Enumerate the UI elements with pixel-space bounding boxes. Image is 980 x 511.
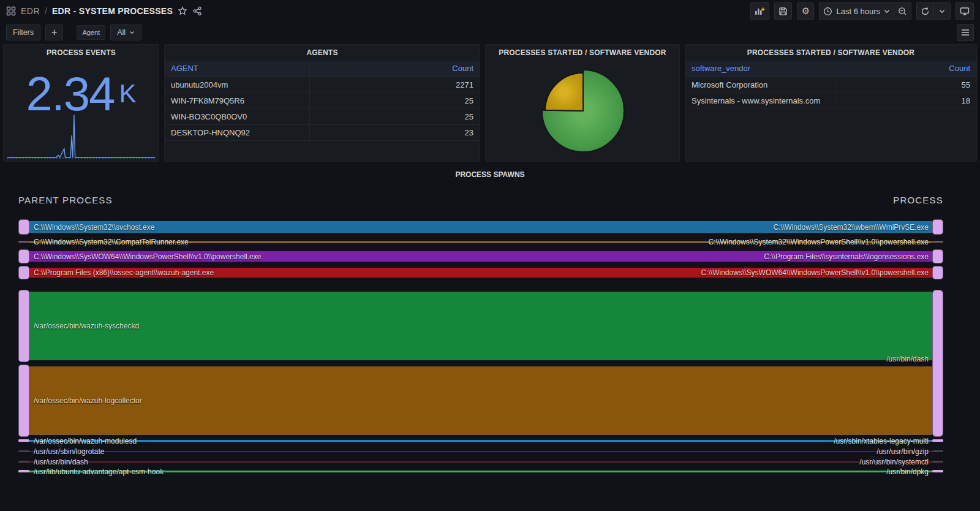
cell-count: 55 <box>837 77 976 93</box>
refresh-interval-dropdown[interactable] <box>933 2 951 20</box>
sankey-node[interactable] <box>18 290 29 362</box>
monitor-icon <box>960 7 970 16</box>
time-range-picker[interactable]: Last 6 hours <box>819 2 894 20</box>
sankey-node[interactable] <box>932 439 943 442</box>
agents-table: AGENT Count ubunutu2004vm2271WIN-7FK8M79… <box>165 61 480 141</box>
save-icon <box>778 7 788 16</box>
sankey-node[interactable] <box>18 439 29 442</box>
sankey-flow[interactable] <box>29 451 932 452</box>
cell-count: 18 <box>837 93 976 108</box>
sankey-node[interactable] <box>18 249 29 263</box>
table-row: Microsoft Corporation55 <box>685 77 976 93</box>
sankey-node[interactable] <box>932 450 943 452</box>
breadcrumb-section[interactable]: EDR <box>21 6 40 16</box>
sankey-flow[interactable] <box>29 461 932 463</box>
table-row: DESKTOP-HNQNQ9223 <box>165 124 480 140</box>
add-filter-button[interactable]: + <box>45 25 63 40</box>
add-panel-button[interactable] <box>750 2 769 20</box>
table-row: WIN-7FK8M79Q5R625 <box>165 93 480 108</box>
sankey-node[interactable] <box>932 219 943 235</box>
agent-filter-value-dropdown[interactable]: All <box>110 25 141 40</box>
cell-name: Microsoft Corporation <box>685 77 837 93</box>
column-header-agent[interactable]: AGENT <box>165 61 309 77</box>
star-icon[interactable] <box>178 6 187 16</box>
sankey-parent-label: /usr/usr/sbin/logrotate <box>34 447 104 456</box>
vendor-pie-chart[interactable] <box>486 61 680 162</box>
column-header-count[interactable]: Count <box>837 61 976 77</box>
sankey-node[interactable] <box>932 290 943 437</box>
filters-row: Filters + Agent All <box>0 22 980 43</box>
sankey-process-label: /usr/sbin/xtables-legacy-multi <box>834 436 929 446</box>
column-header-software-vendor[interactable]: software_vendor <box>685 61 837 77</box>
sankey-node[interactable] <box>18 461 29 463</box>
chevron-down-icon <box>884 9 890 13</box>
sankey-flow[interactable] <box>29 440 932 442</box>
sankey-flow[interactable] <box>29 292 932 360</box>
column-header-count[interactable]: Count <box>309 61 480 77</box>
panel-title[interactable]: AGENTS <box>165 45 480 61</box>
sankey-parent-label: /var/ossec/bin/wazuh-syscheckd <box>34 321 139 331</box>
sankey-node[interactable] <box>18 450 29 452</box>
cell-count: 25 <box>309 108 480 124</box>
share-icon[interactable] <box>192 6 202 16</box>
sankey-node[interactable] <box>18 241 29 243</box>
panel-title[interactable]: PROCESSES STARTED / SOFTWARE VENDOR <box>685 45 976 61</box>
sankey-node[interactable] <box>932 266 943 279</box>
clock-icon <box>823 7 832 16</box>
panel-title[interactable]: PROCESSES STARTED / SOFTWARE VENDOR <box>486 45 679 61</box>
kiosk-mode-button[interactable] <box>956 2 974 20</box>
sankey-process-label: /usr/usr/bin/systemctl <box>859 457 929 467</box>
zoom-out-time-button[interactable] <box>894 2 911 20</box>
cell-count: 25 <box>309 93 480 108</box>
sankey-parent-label: /var/ossec/bin/wazuh-modulesd <box>34 436 137 446</box>
refresh-button[interactable] <box>916 2 933 20</box>
sankey-parent-label: C:\\Program Files (x86)\\ossec-agent\\wa… <box>34 268 214 278</box>
sankey-flow[interactable] <box>29 471 932 472</box>
sankey-process-label: C:\\Windows\\System32\\WindowsPowerShell… <box>709 237 929 247</box>
sankey-node[interactable] <box>18 470 29 472</box>
cell-name: WIN-7FK8M79Q5R6 <box>165 93 309 108</box>
cell-count: 23 <box>309 124 480 140</box>
panel-title[interactable]: PROCESS EVENTS <box>4 45 159 61</box>
cell-count: 2271 <box>309 77 480 93</box>
sankey-node[interactable] <box>18 365 29 437</box>
stat-sparkline <box>6 111 156 160</box>
panel-process-spawns: PROCESS SPAWNS PARENT PROCESS PROCESS C:… <box>0 167 980 509</box>
save-dashboard-button[interactable] <box>774 2 792 20</box>
cell-name: WIN-BO3C0QB0OV0 <box>165 108 309 124</box>
panel-process-events: PROCESS EVENTS 2.34 K <box>3 44 159 162</box>
chevron-down-icon <box>939 9 945 13</box>
sankey-process-label: C:\\Windows\\SysWOW64\\WindowsPowerShell… <box>701 268 929 278</box>
panel-vendor-table: PROCESSES STARTED / SOFTWARE VENDOR soft… <box>685 44 977 162</box>
stat-unit: K <box>119 79 136 108</box>
zoom-out-icon <box>898 7 907 16</box>
cell-name: DESKTOP-HNQNQ92 <box>165 124 309 140</box>
gear-icon: ⚙ <box>802 7 810 16</box>
sankey-node[interactable] <box>932 461 943 463</box>
vendor-table: software_vendor Count Microsoft Corporat… <box>685 61 976 109</box>
sankey-parent-label: C:\\Windows\\SysWOW64\\WindowsPowerShell… <box>34 252 261 262</box>
sankey-node[interactable] <box>18 266 29 279</box>
sankey-node[interactable] <box>932 249 943 263</box>
sankey-process-label: /usr/bin/dpkg <box>886 467 929 477</box>
dashboard-title[interactable]: EDR - SYSTEM PROCESSES <box>52 6 173 16</box>
sankey-parent-label: /usr/usr/bin/dash <box>34 457 88 467</box>
panel-list-menu-button[interactable] <box>957 24 974 41</box>
sankey-node[interactable] <box>932 470 943 472</box>
sankey-process-label: C:\\Windows\\System32\\wbem\\WmiPrvSE.ex… <box>774 222 929 232</box>
agent-filter-value: All <box>117 28 126 37</box>
apps-grid-icon[interactable] <box>6 6 16 16</box>
dashboard-settings-button[interactable]: ⚙ <box>797 2 814 20</box>
sankey-process-label: /usr/usr/bin/gzip <box>876 447 929 456</box>
sankey-node[interactable] <box>932 241 943 243</box>
filters-button[interactable]: Filters <box>6 25 40 40</box>
sankey-parent-label: /var/ossec/bin/wazuh-logcollector <box>34 396 142 406</box>
table-row: Sysinternals - www.sysinternals.com18 <box>685 93 976 108</box>
agent-filter-key: Agent <box>77 25 105 40</box>
cell-name: Sysinternals - www.sysinternals.com <box>685 93 837 108</box>
pie-slice[interactable] <box>545 73 583 111</box>
sankey-node[interactable] <box>18 219 29 235</box>
panels-row: PROCESS EVENTS 2.34 K AGENTS AGENT Count… <box>0 43 980 162</box>
sankey-flow[interactable] <box>29 366 932 435</box>
sankey-process-label: C:\\Program Files\\sysinternals\\logonse… <box>764 252 929 262</box>
